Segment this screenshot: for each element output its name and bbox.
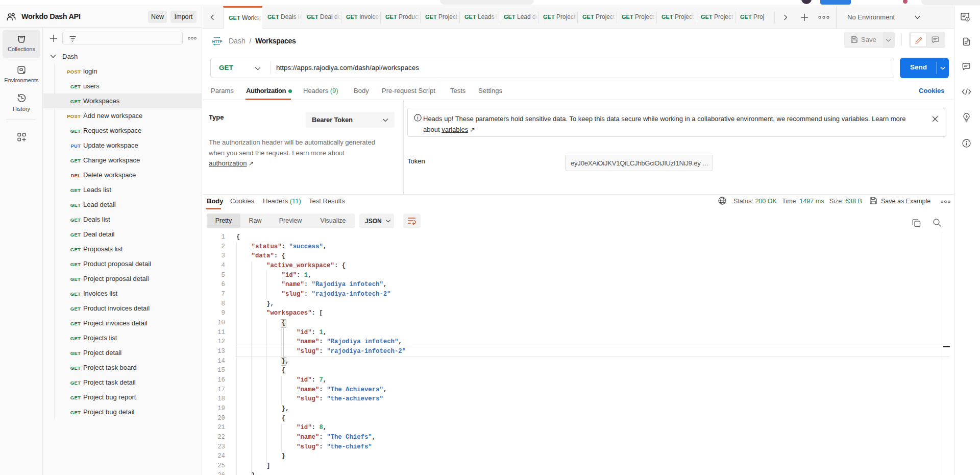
svg-text:HTTP: HTTP (212, 39, 223, 44)
